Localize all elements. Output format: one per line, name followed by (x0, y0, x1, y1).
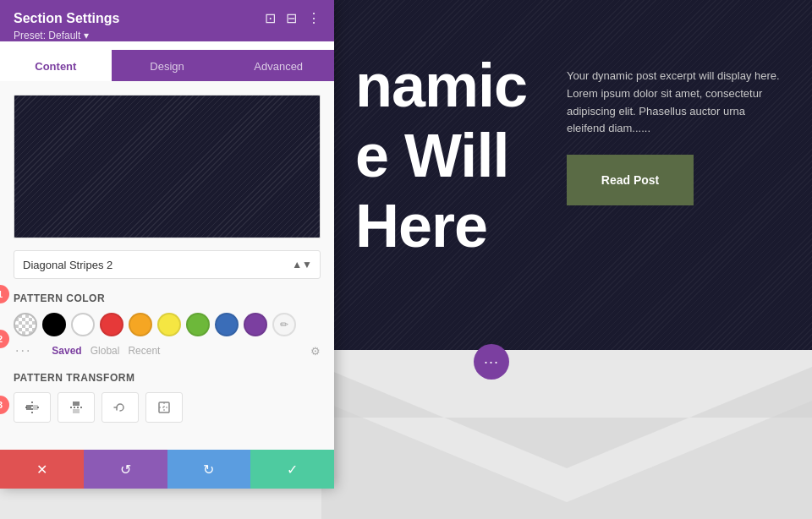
color-swatch-custom[interactable]: ✏ (272, 313, 296, 336)
color-swatch-row: ✏ (14, 313, 321, 336)
tab-advanced[interactable]: Advanced (222, 50, 334, 81)
svg-rect-3 (73, 402, 80, 406)
pattern-transform-section: Pattern Transform (14, 372, 321, 423)
color-swatch-white[interactable] (71, 313, 95, 336)
excerpt-text: Your dynamic post excerpt will display h… (567, 68, 787, 138)
svg-rect-4 (73, 409, 80, 413)
recent-link[interactable]: Recent (128, 345, 160, 357)
redo-button[interactable]: ↻ (167, 450, 251, 489)
color-settings-icon[interactable]: ⚙ (310, 345, 321, 358)
excerpt-block: Your dynamic post excerpt will display h… (567, 68, 787, 205)
global-link[interactable]: Global (91, 345, 120, 357)
cancel-button[interactable]: ✕ (0, 450, 84, 489)
reset-icon: ↺ (120, 462, 131, 478)
expand-icon[interactable]: ⊡ (265, 10, 276, 26)
rotate-button[interactable] (102, 392, 139, 423)
color-saved-row: ··· Saved Global Recent ⚙ (14, 343, 321, 358)
color-dots-icon[interactable]: ··· (15, 343, 31, 358)
redo-icon: ↻ (203, 462, 214, 478)
reset-button[interactable]: ↺ (84, 450, 167, 489)
color-swatch-blue[interactable] (215, 313, 239, 336)
step-badge-2: 2 (0, 330, 9, 348)
step-badge-3: 3 (0, 396, 9, 414)
transform-buttons (14, 392, 321, 423)
settings-panel: Section Settings ⊡ ⊟ ⋮ Preset: Default ▾… (0, 0, 334, 489)
color-swatch-purple[interactable] (244, 313, 267, 336)
color-swatch-transparent[interactable] (14, 313, 37, 336)
save-icon: ✓ (287, 462, 298, 478)
cancel-icon: ✕ (36, 462, 47, 478)
more-options-icon[interactable]: ⋮ (307, 10, 321, 26)
pattern-color-section: Pattern Color (14, 292, 321, 358)
tab-content[interactable]: Content (0, 50, 112, 81)
panel-preset: Preset: Default ▾ (14, 30, 321, 41)
color-swatch-green[interactable] (186, 313, 210, 336)
panel-tabs: Content Design Advanced (0, 50, 334, 81)
preset-dropdown[interactable]: ▾ (84, 30, 89, 41)
action-bar: ✕ ↺ ↻ ✓ (0, 450, 334, 489)
pattern-preview (14, 95, 321, 238)
chevron-container (321, 350, 812, 519)
color-swatch-black[interactable] (42, 313, 66, 336)
color-swatch-red[interactable] (100, 313, 123, 336)
panel-header: Section Settings ⊡ ⊟ ⋮ Preset: Default ▾ (0, 0, 334, 41)
read-post-button[interactable]: Read Post (567, 155, 694, 205)
tab-design[interactable]: Design (112, 50, 223, 81)
step-badge-1: 1 (0, 285, 9, 303)
color-mode-links: Saved Global Recent (52, 345, 160, 357)
panel-body: 1 Diagonal Stripes 2 None Diagonal Strip… (0, 81, 334, 450)
flip-v-button[interactable] (58, 392, 95, 423)
pattern-color-label: Pattern Color (14, 292, 321, 304)
reset-transform-button[interactable] (145, 392, 183, 423)
pattern-dropdown-row: Diagonal Stripes 2 None Diagonal Stripes… (14, 250, 321, 279)
hero-text: namic e Will Here (355, 51, 527, 260)
panel-header-top: Section Settings ⊡ ⊟ ⋮ (14, 10, 321, 26)
pattern-dropdown[interactable]: Diagonal Stripes 2 None Diagonal Stripes… (14, 250, 321, 279)
flip-h-button[interactable] (14, 392, 51, 423)
columns-icon[interactable]: ⊟ (286, 10, 297, 26)
panel-title: Section Settings (14, 11, 119, 26)
floating-dots-button[interactable]: ··· (474, 344, 509, 380)
panel-header-icons: ⊡ ⊟ ⋮ (265, 10, 321, 26)
pattern-transform-label: Pattern Transform (14, 372, 321, 384)
save-button[interactable]: ✓ (250, 450, 334, 489)
saved-link[interactable]: Saved (52, 345, 81, 357)
color-swatch-yellow[interactable] (157, 313, 181, 336)
color-swatch-orange[interactable] (129, 313, 152, 336)
